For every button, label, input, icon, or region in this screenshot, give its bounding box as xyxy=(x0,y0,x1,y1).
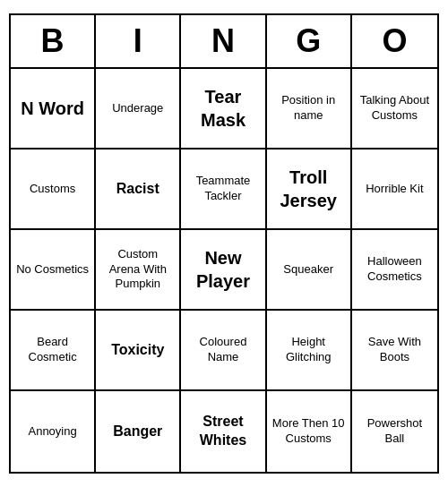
cell-text: Squeaker xyxy=(283,262,333,278)
cell-text: N Word xyxy=(21,97,84,120)
cell-text: Customs xyxy=(30,182,75,197)
bingo-cell: Horrible Kit xyxy=(352,150,437,230)
bingo-cell: Tear Mask xyxy=(181,69,266,150)
header-letter: I xyxy=(96,15,181,67)
bingo-cell: Custom Arena With Pumpkin xyxy=(96,230,181,311)
header-letter: N xyxy=(181,15,266,67)
cell-text: Powershot Ball xyxy=(358,416,432,447)
bingo-cell: New Player xyxy=(181,230,266,311)
cell-text: Troll Jersey xyxy=(272,166,345,212)
cell-text: Position in name xyxy=(272,93,345,124)
cell-text: New Player xyxy=(186,246,259,293)
bingo-cell: Height Glitching xyxy=(267,311,352,391)
bingo-cell: Save With Boots xyxy=(352,311,437,391)
cell-text: Halloween Cosmetics xyxy=(358,254,432,285)
bingo-grid: N WordUnderageTear MaskPosition in nameT… xyxy=(11,69,437,472)
bingo-cell: Coloured Name xyxy=(181,311,266,391)
bingo-header: BINGO xyxy=(11,15,437,69)
cell-text: Annoying xyxy=(28,424,76,440)
bingo-card: BINGO N WordUnderageTear MaskPosition in… xyxy=(9,13,439,474)
cell-text: Teammate Tackler xyxy=(186,174,259,204)
cell-text: Height Glitching xyxy=(272,335,345,365)
bingo-cell: Teammate Tackler xyxy=(181,150,266,230)
cell-text: Beard Cosmetic xyxy=(16,335,89,365)
bingo-cell: Racist xyxy=(96,150,181,230)
cell-text: Save With Boots xyxy=(358,335,432,365)
cell-text: Street Whites xyxy=(186,413,259,450)
bingo-cell: Beard Cosmetic xyxy=(11,311,96,391)
bingo-cell: Annoying xyxy=(11,391,96,472)
cell-text: Talking About Customs xyxy=(358,93,432,124)
bingo-cell: More Then 10 Customs xyxy=(267,391,352,472)
bingo-cell: Talking About Customs xyxy=(352,69,437,150)
bingo-cell: Underage xyxy=(96,69,181,150)
cell-text: Banger xyxy=(113,423,162,441)
bingo-cell: Squeaker xyxy=(267,230,352,311)
header-letter: B xyxy=(11,15,96,67)
cell-text: No Cosmetics xyxy=(16,262,89,278)
bingo-cell: Customs xyxy=(11,150,96,230)
cell-text: Custom Arena With Pumpkin xyxy=(101,247,174,293)
header-letter: G xyxy=(267,15,352,67)
cell-text: Underage xyxy=(112,101,163,116)
bingo-cell: Position in name xyxy=(267,69,352,150)
bingo-cell: Toxicity xyxy=(96,311,181,391)
cell-text: Coloured Name xyxy=(186,335,259,365)
bingo-cell: N Word xyxy=(11,69,96,150)
cell-text: Toxicity xyxy=(111,341,164,360)
cell-text: Racist xyxy=(116,180,159,199)
cell-text: Horrible Kit xyxy=(366,182,423,197)
bingo-cell: Banger xyxy=(96,391,181,472)
bingo-cell: Halloween Cosmetics xyxy=(352,230,437,311)
cell-text: Tear Mask xyxy=(186,85,259,132)
cell-text: More Then 10 Customs xyxy=(272,416,345,447)
bingo-cell: Powershot Ball xyxy=(352,391,437,472)
header-letter: O xyxy=(352,15,437,67)
bingo-cell: Troll Jersey xyxy=(267,150,352,230)
bingo-cell: Street Whites xyxy=(181,391,266,472)
bingo-cell: No Cosmetics xyxy=(11,230,96,311)
